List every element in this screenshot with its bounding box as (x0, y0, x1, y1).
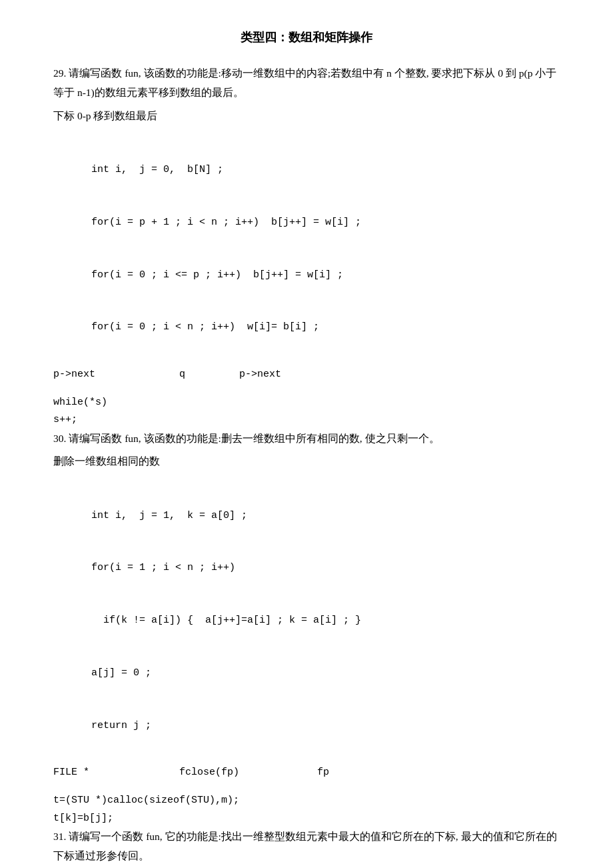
q29-label: 下标 0-p 移到数组最后 (53, 107, 560, 125)
extra-while-line1: while(*s) (53, 394, 560, 411)
q29-code-line-1: int i, j = 0, b[N] ; (73, 161, 560, 179)
q30-description: 30. 请编写函数 fun, 该函数的功能是:删去一维数组中所有相同的数, 使之… (53, 429, 560, 449)
extra-while-line2: s++; (53, 411, 560, 429)
extra-stu-line2: t[k]=b[j]; (53, 810, 560, 827)
extra-file-line: FILE * fclose(fp) fp (53, 764, 560, 781)
q29-code-block: int i, j = 0, b[N] ; for(i = p + 1 ; i <… (73, 127, 560, 354)
q31-description: 31. 请编写一个函数 fun, 它的功能是:找出一维整型数组元素中最大的值和它… (53, 827, 560, 865)
q29-code-line-2: for(i = p + 1 ; i < n ; i++) b[j++] = w[… (73, 214, 560, 231)
extra-stu-line1: t=(STU *)calloc(sizeof(STU),m); (53, 792, 560, 809)
q30-label: 删除一维数组相同的数 (53, 452, 560, 471)
q30-code-block: int i, j = 1, k = a[0] ; for(i = 1 ; i <… (73, 472, 560, 752)
q30-code-line-5: return j ; (73, 717, 560, 735)
q30-code-line-2: for(i = 1 ; i < n ; i++) (73, 559, 560, 577)
page-title: 类型四：数组和矩阵操作 (53, 27, 560, 48)
extra-line-1: p->next q p->next (53, 366, 560, 383)
q29-code-line-3: for(i = 0 ; i <= p ; i++) b[j++] = w[i] … (73, 267, 560, 284)
q29-description: 29. 请编写函数 fun, 该函数的功能是:移动一维数组中的内容;若数组中有 … (53, 64, 560, 102)
q30-code-line-4: a[j] = 0 ; (73, 665, 560, 682)
q30-code-line-1: int i, j = 1, k = a[0] ; (73, 507, 560, 525)
q30-code-line-3: if(k != a[i]) { a[j++]=a[i] ; k = a[i] ;… (73, 612, 560, 629)
q29-code-line-4: for(i = 0 ; i < n ; i++) w[i]= b[i] ; (73, 319, 560, 336)
